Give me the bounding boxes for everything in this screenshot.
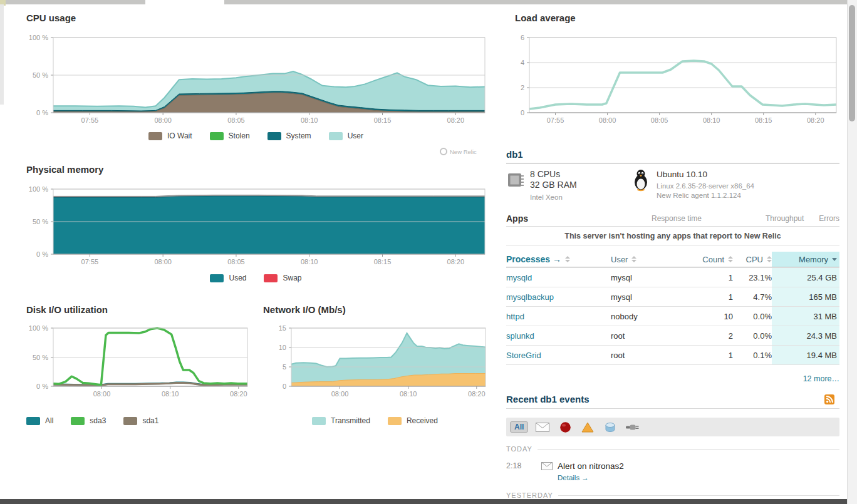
process-link[interactable]: splunkd [506,331,611,341]
svg-text:6: 6 [521,34,524,41]
transmitted-swatch [312,417,326,425]
process-link[interactable]: mysqlbackup [506,292,611,302]
today-separator: TODAY [506,445,839,453]
table-row: mysqlbackup mysql 1 4.7% 165 MB [506,287,839,306]
column-header-count[interactable]: Count [673,252,733,267]
server-kernel: Linux 2.6.35-28-server x86_64 [657,182,754,191]
disk-io-title: Disk I/O utilization [26,304,108,315]
more-processes-link[interactable]: 12 more… [803,374,839,383]
iowait-swatch [148,132,162,140]
cpu-legend: IO Wait Stolen System User [26,131,486,140]
sda3-swatch [71,417,85,425]
legend-label: Received [407,416,438,425]
column-header-processes[interactable]: Processes → [506,252,611,267]
database-filter-icon[interactable] [602,420,618,434]
envelope-filter-icon[interactable] [534,420,551,434]
filter-all-button[interactable]: All [510,421,528,433]
divider [506,163,839,164]
legend-label: sda1 [142,416,158,425]
svg-text:07:55: 07:55 [81,258,99,265]
rss-icon[interactable] [824,394,834,407]
process-cpu: 0.0% [733,307,772,326]
stolen-swatch [210,132,224,140]
column-header-user[interactable]: User [611,252,673,267]
watermark-label: New Relic [450,148,477,155]
legend-item: Stolen [210,131,250,140]
legend-label: IO Wait [167,131,192,140]
svg-text:10: 10 [279,344,286,351]
received-swatch [388,417,402,425]
apps-empty-message: This server isn't hosting any apps that … [506,232,839,240]
svg-text:15: 15 [279,324,286,332]
separator-line [558,495,839,496]
processes-link[interactable]: Processes → [506,254,561,264]
server-info: 8 CPUs 32 GB RAM Intel Xeon Ubuntu 10.10… [506,169,839,207]
svg-text:0 %: 0 % [36,250,48,258]
svg-text:50 %: 50 % [33,218,48,225]
cpu-usage-chart: 0 %50 %100 %07:5508:0008:0508:1008:1508:… [26,34,486,126]
scrollbar-thumb[interactable] [849,5,855,121]
process-user: root [611,331,673,341]
svg-text:2: 2 [521,84,524,91]
warning-triangle-filter-icon[interactable] [579,420,596,434]
legend-label: Swap [283,274,301,282]
svg-text:08:00: 08:00 [93,390,111,398]
svg-text:4: 4 [521,59,524,66]
plug-filter-icon[interactable] [625,420,641,434]
svg-text:100 %: 100 % [29,185,48,193]
svg-text:08:05: 08:05 [651,116,668,124]
process-link[interactable]: httpd [506,312,611,321]
user-swatch [329,132,343,140]
svg-text:50 %: 50 % [33,71,48,79]
process-user: mysql [611,273,673,282]
process-memory: 25.4 GB [772,268,839,287]
sort-icon [728,256,733,262]
process-memory: 31 MB [772,307,839,326]
column-header-cpu[interactable]: CPU [733,252,772,267]
envelope-event-icon [541,460,558,483]
svg-text:08:20: 08:20 [447,116,465,124]
svg-text:08:05: 08:05 [227,116,245,124]
header-label: User [611,255,628,264]
window-top-edge [0,0,857,4]
svg-text:50 %: 50 % [33,354,48,361]
linux-penguin-icon [633,169,649,194]
swap-swatch [264,274,278,282]
process-link[interactable]: mysqld [506,273,611,282]
network-legend: Transmitted Received [263,416,487,425]
svg-text:08:00: 08:00 [331,390,349,398]
load-average-chart: 024607:5508:0008:0508:1008:1508:20 [501,34,839,126]
legend-item: IO Wait [148,131,192,140]
alert-ball-filter-icon[interactable] [557,420,573,434]
legend-label: sda3 [90,416,106,425]
disk-io-chart: 0 %50 %100 %08:0008:1008:20 [26,324,249,401]
process-link[interactable]: StoreGrid [506,351,611,360]
separator-line [538,449,839,450]
svg-text:08:10: 08:10 [162,390,179,398]
event-time: 2:18 [506,460,541,483]
header-label: Count [702,255,724,264]
svg-text:0: 0 [521,109,524,116]
sort-desc-icon [832,258,837,261]
memory-legend: Used Swap [26,274,486,282]
process-user: nobody [611,312,673,321]
event-details-link[interactable]: Details → [558,474,589,481]
process-memory: 24.3 MB [772,326,839,345]
column-header-memory[interactable]: Memory [772,252,839,267]
disk-legend: All sda3 sda1 [26,416,167,425]
svg-text:08:20: 08:20 [468,390,486,398]
server-name-heading: db1 [506,149,523,160]
header-label: CPU [746,255,763,264]
process-cpu: 23.1% [733,268,772,287]
processes-header-row: Processes → User Count CPU Memory [506,252,839,267]
table-row: splunkd root 2 0.0% 24.3 MB [506,326,839,345]
cpu-usage-title: CPU usage [26,13,76,23]
table-row: mysqld mysql 1 23.1% 25.4 GB [506,267,839,287]
svg-text:07:55: 07:55 [547,116,564,124]
divider [506,226,839,227]
process-memory: 165 MB [772,287,839,306]
window-left-edge [0,4,4,105]
recent-events-title: Recent db1 events [506,394,590,404]
event-row: 2:18 Alert on nitronas2 Details → [506,460,839,483]
process-count: 1 [673,287,733,306]
